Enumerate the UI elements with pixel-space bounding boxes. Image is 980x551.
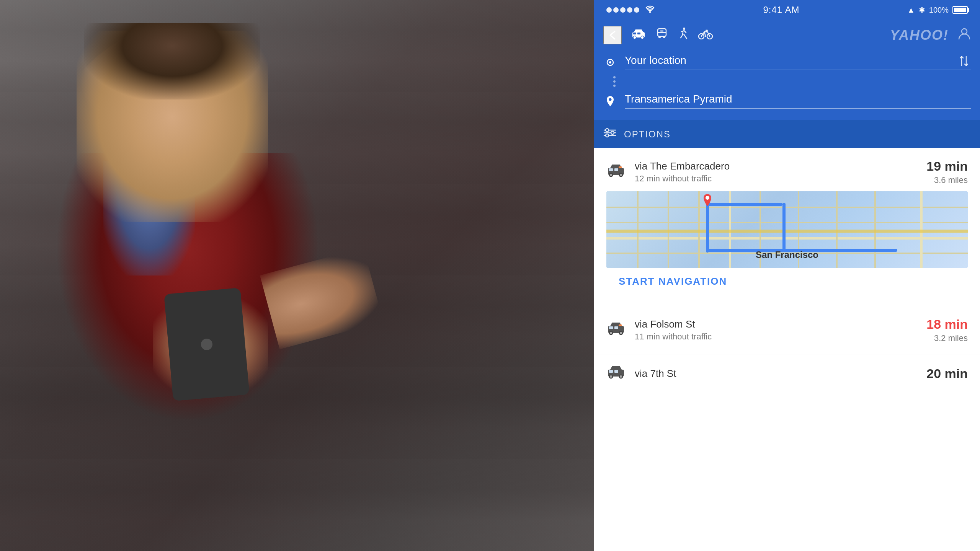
svg-point-9 [663,36,665,38]
wifi-icon [645,5,655,15]
svg-rect-44 [614,370,618,373]
route-1-time: 19 min [926,159,968,174]
route-2-car-icon [606,321,626,339]
route-item[interactable]: via The Embarcadero 12 min without traff… [594,148,980,306]
svg-rect-43 [609,370,613,373]
signal-dot-1 [606,7,612,13]
svg-point-15 [962,29,967,34]
svg-point-8 [658,36,661,38]
svg-point-23 [611,131,614,134]
route-1-distance: 3.6 miles [926,175,968,185]
svg-rect-27 [614,168,618,171]
route-3-header: via 7th St 20 min [606,365,968,382]
swap-directions-button[interactable] [957,54,971,70]
drive-mode-button[interactable] [631,28,646,42]
svg-point-0 [649,11,651,13]
map-city-label: San Francisco [756,249,818,260]
start-navigation-button[interactable]: START NAVIGATION [606,268,968,295]
svg-point-33 [706,196,709,200]
location-area: Your location [594,51,980,120]
status-bar-left [606,5,655,15]
signal-dot-5 [634,7,639,13]
svg-point-18 [609,98,612,101]
svg-rect-36 [614,326,618,329]
route-3-car-icon [606,365,626,382]
battery-percent: 100% [929,6,949,15]
svg-rect-11 [660,30,663,32]
svg-rect-32 [619,166,622,168]
yahoo-logo: YAHOO! [890,27,949,43]
photo-background [0,0,597,551]
status-time: 9:41 AM [763,5,799,15]
route-1-via: via The Embarcadero [635,160,917,172]
route-2-distance: 3.2 miles [926,333,968,343]
svg-point-48 [620,375,622,378]
route-2-header: via Folsom St 11 min without traffic 18 … [606,317,968,343]
options-label: OPTIONS [624,129,671,140]
svg-point-4 [633,36,636,39]
signal-dot-2 [613,7,619,13]
start-nav-label: START NAVIGATION [619,276,727,287]
route-2-via: via Folsom St [635,318,917,330]
origin-row: Your location [603,51,971,74]
svg-rect-35 [609,326,613,329]
route-item[interactable]: via 7th St 20 min [594,354,980,393]
svg-point-5 [641,36,644,39]
signal-dot-3 [620,7,626,13]
route-2-subtext: 11 min without traffic [635,332,917,342]
bike-mode-button[interactable] [698,28,713,42]
route-line-v2 [782,203,786,252]
battery-icon [952,6,968,14]
svg-point-40 [620,332,622,334]
battery-fill [954,8,966,12]
transit-mode-button[interactable] [655,27,668,43]
highway-road [606,230,968,233]
origin-dot-icon [603,59,617,66]
routes-area: via The Embarcadero 12 min without traff… [594,148,980,551]
svg-point-29 [610,174,612,176]
svg-point-38 [610,332,612,334]
status-bar-right: ▲ ✱ 100% [907,5,968,15]
destination-map-pin [702,193,713,209]
map-road [606,207,968,208]
svg-rect-41 [619,324,622,326]
route-item[interactable]: via Folsom St 11 min without traffic 18 … [594,306,980,354]
route-1-car-icon [606,163,626,181]
profile-button[interactable] [958,27,971,43]
route-1-header: via The Embarcadero 12 min without traff… [606,159,968,185]
signal-dot-4 [627,7,632,13]
route-3-via: via 7th St [635,368,917,380]
map-road [606,222,968,223]
route-1-info: via The Embarcadero 12 min without traff… [635,160,917,184]
svg-point-12 [683,28,685,30]
destination-pin-icon [603,95,617,107]
nav-header: YAHOO! [594,20,980,51]
options-bar[interactable]: OPTIONS [594,120,980,148]
route-1-subtext: 12 min without traffic [635,174,917,184]
destination-row: Transamerica Pyramid [603,89,971,112]
back-button[interactable] [603,26,622,44]
svg-point-24 [606,134,609,137]
route-3-info: via 7th St [635,368,917,380]
status-bar: 9:41 AM ▲ ✱ 100% [594,0,980,20]
connector-dots [603,75,971,88]
svg-rect-26 [609,168,613,171]
route-2-time: 18 min [926,317,968,332]
svg-rect-2 [633,33,636,34]
bluetooth-icon: ✱ [919,5,925,15]
svg-point-31 [620,174,622,176]
options-icon [603,127,616,141]
map-road [606,237,968,240]
route-3-time: 20 min [926,366,968,381]
route-2-info: via Folsom St 11 min without traffic [635,318,917,342]
phone-panel: 9:41 AM ▲ ✱ 100% [594,0,980,551]
destination-input[interactable]: Transamerica Pyramid [625,93,971,109]
origin-input[interactable]: Your location [625,54,971,70]
signal-indicator [606,7,639,13]
svg-point-17 [609,61,611,64]
walk-mode-button[interactable] [678,27,689,43]
route-1-map[interactable]: San Francisco [606,191,968,268]
location-arrow-icon: ▲ [907,6,915,15]
svg-point-22 [606,129,609,132]
svg-point-46 [610,375,612,378]
